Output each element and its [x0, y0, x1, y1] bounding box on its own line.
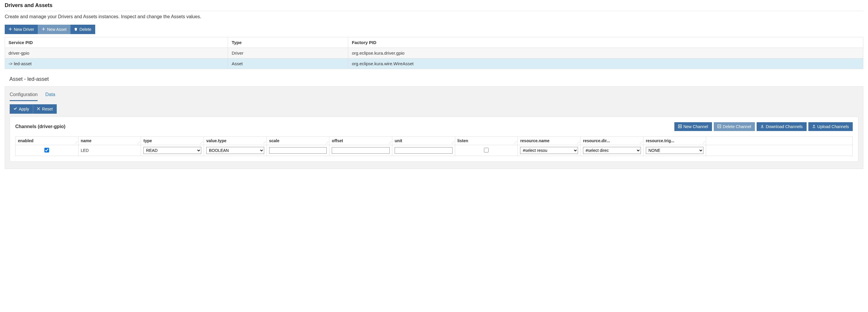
table-row[interactable]: -> led-asset Asset org.eclipse.kura.wire… — [5, 59, 863, 69]
col-resource-trig[interactable]: resource.trig...⋰ — [643, 136, 706, 145]
new-driver-label: New Driver — [14, 27, 34, 32]
page-subtitle: Create and manage your Drivers and Asset… — [5, 14, 863, 20]
col-offset[interactable]: offset⋰ — [330, 136, 392, 145]
apply-button[interactable]: Apply — [10, 104, 33, 114]
delete-channel-button[interactable]: Delete Channel — [714, 122, 755, 131]
cell-factory-pid: org.eclipse.kura.driver.gpio — [348, 48, 863, 59]
config-button-group: Apply Reset — [10, 104, 57, 114]
channels-table: enabled⋰ name⋰ type⋰ value.type⋰ scale⋰ … — [15, 136, 853, 156]
col-value-type[interactable]: value.type⋰ — [204, 136, 267, 145]
channel-toolbar: New Channel Delete Channel Download Chan… — [674, 122, 853, 131]
delete-button[interactable]: Delete — [70, 25, 95, 34]
cell-service-pid: -> led-asset — [5, 59, 228, 69]
type-select[interactable]: READ — [144, 147, 201, 154]
resource-dir-select[interactable]: #select direc — [583, 147, 641, 154]
name-cell: LED — [78, 145, 141, 156]
new-asset-button[interactable]: New Asset — [38, 25, 70, 34]
channels-title: Channels (driver-gpio) — [15, 124, 65, 129]
driver-toolbar: New Driver New Asset Delete — [5, 25, 95, 34]
download-icon — [761, 124, 764, 129]
unit-input[interactable] — [395, 147, 453, 154]
tabs: Configuration Data — [10, 91, 858, 101]
tab-data[interactable]: Data — [45, 91, 55, 101]
scale-input[interactable] — [269, 147, 327, 154]
cell-service-pid: driver-gpio — [5, 48, 228, 59]
delete-channel-label: Delete Channel — [723, 124, 751, 129]
col-resource-dir[interactable]: resource.dir...⋰ — [581, 136, 644, 145]
delete-label: Delete — [79, 27, 91, 32]
page-title: Drivers and Assets — [5, 2, 863, 8]
download-channels-button[interactable]: Download Channels — [756, 122, 806, 131]
plus-icon — [8, 27, 12, 32]
minus-square-icon — [718, 124, 721, 129]
drivers-table: Service PID Type Factory PID driver-gpio… — [5, 37, 863, 69]
col-service-pid: Service PID — [5, 37, 228, 48]
col-type[interactable]: type⋰ — [141, 136, 204, 145]
new-asset-label: New Asset — [47, 27, 66, 32]
asset-panel-title: Asset - led-asset — [9, 76, 863, 82]
resource-name-select[interactable]: #select resou — [520, 147, 578, 154]
col-enabled[interactable]: enabled⋰ — [16, 136, 79, 145]
channel-row: LED READ BOOLEAN #select resou #select d… — [16, 145, 853, 156]
col-name[interactable]: name⋰ — [78, 136, 141, 145]
asset-panel: Configuration Data Apply Reset Channels … — [5, 86, 863, 169]
table-row[interactable]: driver-gpio Driver org.eclipse.kura.driv… — [5, 48, 863, 59]
plus-square-icon — [678, 124, 682, 129]
resource-trig-select[interactable]: NONE — [646, 147, 704, 154]
apply-label: Apply — [19, 107, 29, 111]
check-icon — [13, 107, 17, 111]
upload-icon — [812, 124, 816, 129]
new-channel-button[interactable]: New Channel — [674, 122, 712, 131]
upload-channels-label: Upload Channels — [817, 124, 849, 129]
new-channel-label: New Channel — [683, 124, 708, 129]
divider — [5, 11, 863, 11]
col-type: Type — [228, 37, 348, 48]
tab-configuration[interactable]: Configuration — [10, 91, 38, 101]
upload-channels-button[interactable]: Upload Channels — [808, 122, 853, 131]
trash-icon — [74, 27, 78, 32]
offset-input[interactable] — [332, 147, 390, 154]
channels-box: Channels (driver-gpio) New Channel Delet… — [10, 117, 858, 162]
cell-factory-pid: org.eclipse.kura.wire.WireAsset — [348, 59, 863, 69]
col-listen[interactable]: listen⋰ — [455, 136, 518, 145]
col-scale[interactable]: scale⋰ — [267, 136, 330, 145]
new-driver-button[interactable]: New Driver — [5, 25, 38, 34]
reset-label: Reset — [42, 107, 53, 111]
svg-rect-2 — [718, 126, 720, 127]
download-channels-label: Download Channels — [766, 124, 803, 129]
col-factory-pid: Factory PID — [348, 37, 863, 48]
plus-icon — [42, 27, 45, 32]
col-spacer — [706, 136, 853, 145]
col-resource-name[interactable]: resource.name⋰ — [518, 136, 581, 145]
cell-type: Asset — [228, 59, 348, 69]
col-unit[interactable]: unit⋰ — [392, 136, 455, 145]
value-type-select[interactable]: BOOLEAN — [206, 147, 264, 154]
cell-type: Driver — [228, 48, 348, 59]
reset-button[interactable]: Reset — [33, 104, 57, 114]
listen-checkbox[interactable] — [484, 148, 489, 153]
close-icon — [37, 107, 40, 111]
enabled-checkbox[interactable] — [44, 148, 49, 153]
